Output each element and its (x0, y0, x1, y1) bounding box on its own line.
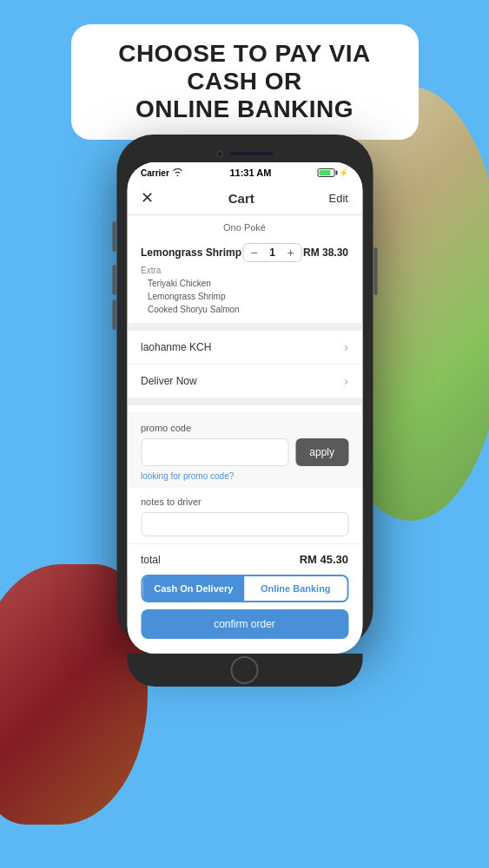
location-row[interactable]: laohanme KCH › (127, 331, 362, 365)
qty-decrease-button[interactable]: − (248, 246, 261, 260)
total-label: total (141, 554, 161, 566)
phone-screen: Carrier 11:31 AM ⚡ ✕ Cart (127, 162, 362, 654)
carrier-label: Carrier (141, 168, 169, 178)
carrier-area: Carrier (141, 168, 183, 178)
camera-dot (216, 151, 222, 157)
confirm-order-button[interactable]: confirm order (141, 609, 348, 639)
delivery-row[interactable]: Deliver Now › (127, 365, 362, 398)
phone-shell: Carrier 11:31 AM ⚡ ✕ Cart (116, 135, 373, 647)
cash-delivery-option[interactable]: Cash On Delivery (142, 576, 245, 601)
status-time: 11:31 AM (229, 168, 271, 178)
delivery-label: Deliver Now (141, 375, 197, 387)
total-row: total RM 45.30 (127, 543, 362, 575)
promo-link[interactable]: looking for promo code? (141, 471, 348, 481)
speaker-bar (229, 152, 273, 155)
extra-item: Lemongrass Shrimp (148, 290, 348, 303)
location-label: laohanme KCH (141, 341, 211, 353)
cart-title: Cart (228, 191, 254, 206)
battery-fill (320, 170, 331, 175)
extra-item: Cooked Shoryu Salmon (148, 303, 348, 316)
edit-button[interactable]: Edit (329, 192, 348, 205)
headline-text: CHOOSE TO PAY VIA CASH ORONLINE BANKING (96, 40, 394, 124)
cart-item: Lemongrass Shrimp − 1 + RM 38.30 Extra T… (127, 236, 362, 324)
notes-section: notes to driver (127, 488, 362, 543)
extras-list: Teriyaki Chicken Lemongrass Shrimp Cooke… (141, 277, 348, 316)
item-price: RM 38.30 (303, 247, 348, 259)
home-button[interactable] (127, 654, 362, 687)
total-amount: RM 45.30 (300, 553, 348, 566)
cart-content: Ono Poké Lemongrass Shrimp − 1 + RM 38.3… (127, 215, 362, 654)
cart-item-row: Lemongrass Shrimp − 1 + RM 38.30 (141, 243, 348, 262)
promo-section: promo code apply looking for promo code? (127, 412, 362, 488)
section-divider (127, 324, 362, 331)
payment-toggle: Cash On Delivery Online Banking (141, 575, 348, 602)
status-bar: Carrier 11:31 AM ⚡ (127, 162, 362, 181)
home-circle (231, 656, 259, 684)
phone-top-bar (127, 145, 362, 162)
promo-label: promo code (141, 423, 348, 433)
online-banking-option[interactable]: Online Banking (245, 576, 347, 601)
extras-label: Extra (141, 266, 348, 275)
chevron-right-icon: › (344, 374, 348, 388)
promo-input[interactable] (141, 438, 288, 466)
headline-box: CHOOSE TO PAY VIA CASH ORONLINE BANKING (71, 24, 419, 140)
status-right: ⚡ (318, 168, 348, 177)
notes-input[interactable] (141, 512, 348, 536)
close-button[interactable]: ✕ (141, 188, 154, 207)
extra-item: Teriyaki Chicken (148, 277, 348, 290)
bolt-icon: ⚡ (339, 168, 348, 177)
qty-increase-button[interactable]: + (284, 246, 298, 260)
qty-number: 1 (267, 247, 279, 259)
item-name: Lemongrass Shrimp (141, 247, 241, 259)
notes-label: notes to driver (141, 496, 348, 507)
qty-control[interactable]: − 1 + (243, 243, 302, 262)
nav-bar: ✕ Cart Edit (127, 181, 362, 215)
wifi-icon (173, 168, 183, 178)
battery-icon (318, 168, 335, 177)
section-divider-2 (127, 398, 362, 405)
promo-row: apply (141, 438, 348, 466)
apply-button[interactable]: apply (295, 438, 348, 466)
restaurant-name: Ono Poké (127, 215, 362, 236)
chevron-right-icon: › (344, 340, 348, 354)
